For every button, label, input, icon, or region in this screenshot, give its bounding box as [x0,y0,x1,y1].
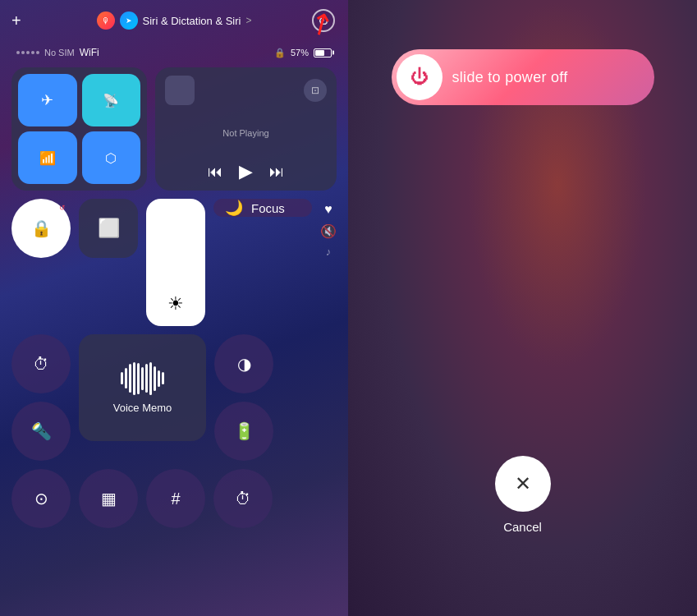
signal-dot-4 [31,51,34,54]
third-controls-row: ⏱ 🔦 [11,334,337,461]
wave-bar-2 [125,368,127,388]
not-playing-label: Not Playing [165,128,327,138]
signal-dot-3 [26,51,30,54]
next-track-button[interactable]: ⏭ [269,163,284,181]
wave-bar-5 [137,363,140,394]
media-controls: ⏮ ▶ ⏭ [165,161,327,182]
right-icon-col: ◑ 🔋 [214,334,273,461]
no-sim-label: No SIM [44,48,75,57]
stopwatch-icon: ⏱ [235,490,251,508]
cancel-button[interactable]: ✕ [495,456,551,512]
cancel-x-icon: ✕ [515,472,531,495]
mute-icon: 🔇 [320,223,337,239]
signal-dot-5 [36,51,39,54]
top-controls-row: ✈ 📡 📶 ⬡ ⊡ Not Playing ⏮ ▶ ⏭ [11,67,337,191]
cancel-label: Cancel [503,520,542,534]
bottom-controls-row: ⊙ ▦ # ⏱ [11,469,337,528]
flashlight-button[interactable]: 🔦 [11,402,71,461]
wave-bar-4 [133,362,135,395]
power-button[interactable]: ⏻ [312,9,335,32]
siri-dictation-bar[interactable]: 🎙 ➤ Siri & Dictation & Siri > [97,11,252,30]
timer-icon: ⏱ [33,355,49,374]
wave-bar-3 [129,364,131,393]
prev-track-button[interactable]: ⏮ [208,163,222,181]
wave-bar-1 [121,372,123,384]
wifi-calling-button[interactable]: 📡 [82,74,141,126]
music-note-icon: ♪ [326,246,332,258]
qr-icon: ▦ [101,489,117,508]
power-slider-thumb: ⏻ [397,54,443,100]
media-panel: ⊡ Not Playing ⏮ ▶ ⏭ [155,67,337,191]
wave-bar-9 [154,366,156,391]
power-off-screen: ⏻ slide to power off ✕ Cancel [348,0,697,616]
moon-icon: 🌙 [225,199,243,217]
controls-area: ✈ 📡 📶 ⬡ ⊡ Not Playing ⏮ ▶ ⏭ [11,67,337,605]
siri-nav-icon: ➤ [120,11,138,30]
heart-icon: ♥ [324,202,332,217]
calculator-button[interactable]: # [146,469,205,528]
focus-column: 🌙 Focus [213,199,312,217]
qr-scanner-button[interactable]: ▦ [79,469,138,528]
battery-saver-icon: 🔋 [234,421,254,441]
airplane-mode-button[interactable]: ✈ [18,74,77,126]
timer-button[interactable]: ⏱ [11,334,71,393]
screen-record-button[interactable]: ⬜ [79,199,138,258]
calculator-icon: # [171,490,180,508]
power-symbol-icon: ⏻ [410,67,429,88]
camera-button[interactable]: ⊙ [11,469,71,528]
right-side-icons: ♥ 🔇 ♪ [320,199,337,258]
chevron-right-icon: > [245,15,251,26]
media-top: ⊡ [165,76,327,105]
wave-bar-11 [162,372,164,384]
flashlight-icon: 🔦 [31,421,52,441]
contrast-icon: ◑ [237,354,251,374]
rotation-lock-button[interactable]: 🔒 ↺ [11,199,71,258]
power-off-slider[interactable]: ⏻ slide to power off [392,49,654,105]
siri-mic-icon: 🎙 [97,11,115,30]
left-icon-col: ⏱ 🔦 [11,334,71,461]
slide-to-power-off-text: slide to power off [452,69,568,86]
camera-icon: ⊙ [34,489,48,508]
second-controls-row: 🔒 ↺ ⬜ ☀ 🌙 Focus ♥ 🔇 ♪ [11,199,337,326]
voice-memo-label: Voice Memo [113,402,172,414]
wave-bar-8 [149,362,152,395]
brightness-slider[interactable]: ☀ [146,199,205,326]
cancel-area: ✕ Cancel [495,456,551,534]
connectivity-panel: ✈ 📡 📶 ⬡ [11,67,147,191]
stopwatch-button[interactable]: ⏱ [213,469,273,528]
battery-icon [314,48,332,57]
play-pause-button[interactable]: ▶ [239,161,253,182]
signal-dot-2 [21,51,25,54]
control-center-panel: + 🎙 ➤ Siri & Dictation & Siri > ⏻ ↗ No S… [0,0,348,616]
siri-title: Siri & Dictation & Siri [143,15,241,27]
focus-button[interactable]: 🌙 Focus [213,199,312,217]
wave-bar-7 [145,364,148,393]
lock-icon: 🔒 [274,48,286,58]
battery-saver-button[interactable]: 🔋 [214,402,273,461]
battery-percentage: 57% [291,48,309,57]
wave-bar-6 [141,367,144,390]
lock-rotate-icon: 🔒 [31,218,52,238]
status-bar: No SIM WiFi 🔒 57% [0,43,348,62]
signal-dot-1 [16,51,20,54]
bluetooth-button[interactable]: ⬡ [82,131,141,184]
rotate-arrow-icon: ↺ [59,204,66,212]
wave-bar-10 [158,370,160,387]
wifi-icon: WiFi [80,47,99,58]
focus-label: Focus [251,201,285,215]
voice-memo-panel[interactable]: Voice Memo [79,334,206,441]
media-album-art [165,76,195,105]
signal-button[interactable]: 📶 [18,131,77,184]
screen-record-icon: ⬜ [98,218,120,239]
top-bar: 🎙 ➤ Siri & Dictation & Siri > ⏻ [0,0,348,41]
contrast-button[interactable]: ◑ [214,334,273,393]
airplay-button[interactable]: ⊡ [304,79,327,102]
brightness-icon: ☀ [167,293,184,315]
waveform-display [121,362,164,395]
